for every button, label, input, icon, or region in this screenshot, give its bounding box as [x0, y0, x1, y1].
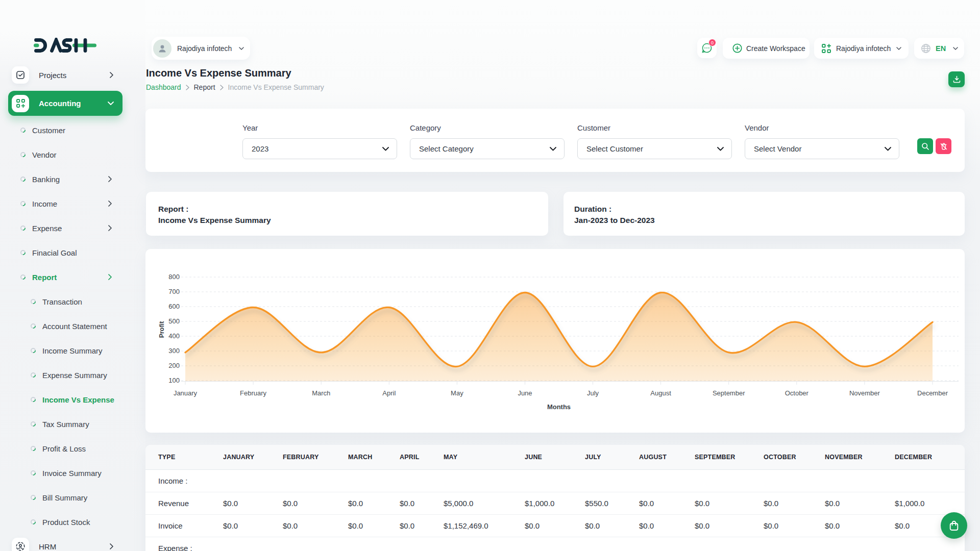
svg-text:300: 300: [168, 347, 180, 355]
svg-text:February: February: [240, 389, 267, 397]
svg-text:100: 100: [168, 377, 180, 384]
svg-text:May: May: [451, 389, 463, 397]
svg-text:April: April: [382, 389, 396, 397]
svg-text:September: September: [713, 389, 745, 397]
svg-text:November: November: [849, 389, 880, 397]
svg-text:December: December: [917, 389, 948, 397]
svg-text:January: January: [174, 389, 198, 397]
svg-text:March: March: [312, 389, 330, 397]
svg-text:200: 200: [168, 362, 180, 369]
svg-text:Months: Months: [547, 403, 571, 411]
svg-text:October: October: [785, 389, 809, 397]
svg-text:July: July: [587, 389, 599, 397]
svg-text:800: 800: [168, 273, 180, 281]
svg-text:700: 700: [168, 288, 180, 295]
svg-text:600: 600: [168, 303, 180, 310]
svg-text:500: 500: [168, 317, 180, 325]
svg-text:June: June: [518, 389, 532, 397]
svg-text:400: 400: [168, 332, 180, 340]
svg-text:August: August: [650, 389, 671, 397]
svg-text:Profit: Profit: [158, 321, 165, 338]
